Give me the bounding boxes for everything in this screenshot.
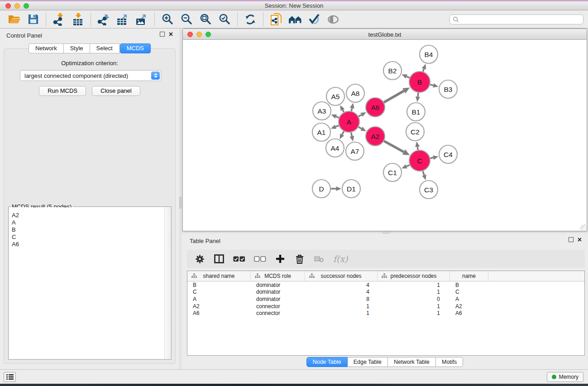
table-cell[interactable]: dominator <box>251 296 305 302</box>
graph-edge-C-C4[interactable] <box>430 157 433 158</box>
network-canvas[interactable]: AA1A3A5A8A4A7A6A2BB2B4B3B1CC2C1C4C3DD1 <box>182 40 587 231</box>
tab-select[interactable]: Select <box>90 43 120 53</box>
table-cell[interactable]: A2 <box>450 303 488 310</box>
table-cell[interactable]: 4 <box>305 282 378 288</box>
table-cell[interactable]: dominator <box>251 289 305 295</box>
graph-edge-A2-C[interactable] <box>384 141 404 152</box>
column-header-predecessor-nodes[interactable]: predecessor nodes <box>378 271 450 281</box>
table-row[interactable]: A2connector11A2 <box>187 303 584 310</box>
mcds-result-item[interactable]: B <box>9 226 165 234</box>
table-cell[interactable]: A2 <box>187 303 251 310</box>
table-cell[interactable]: 1 <box>305 303 378 310</box>
table-cell[interactable]: connector <box>251 303 305 310</box>
network-graph[interactable]: AA1A3A5A8A4A7A6A2BB2B4B3B1CC2C1C4C3DD1 <box>183 40 586 230</box>
float-panel-icon[interactable] <box>569 237 574 242</box>
column-header-name[interactable]: name <box>450 271 488 281</box>
zoom-in-button[interactable] <box>158 12 177 27</box>
mcds-result-item[interactable]: A2 <box>9 212 165 219</box>
mcds-result-item[interactable]: A6 <box>9 241 165 248</box>
table-row[interactable]: Bdominator41B <box>187 281 584 289</box>
table-cell[interactable]: dominator <box>251 282 305 288</box>
graph-edge-A-A2[interactable] <box>359 127 362 129</box>
run-mcds-button[interactable]: Run MCDS <box>39 86 86 96</box>
close-panel-icon[interactable]: × <box>578 238 582 242</box>
table-row[interactable]: Adominator80A <box>187 295 584 303</box>
table-cell[interactable]: A <box>450 296 488 302</box>
tab-style[interactable]: Style <box>64 43 90 53</box>
graph-edge-A-A1[interactable] <box>335 125 339 127</box>
table-cell[interactable]: 1 <box>305 310 378 316</box>
zoom-out-button[interactable] <box>177 12 196 27</box>
open-session-button[interactable] <box>5 12 24 27</box>
deselect-all-button[interactable] <box>254 253 266 265</box>
home-button[interactable] <box>286 12 305 27</box>
table-header-row[interactable]: shared nameMCDS rolesuccessor nodesprede… <box>187 271 584 281</box>
tab-motifs[interactable]: Motifs <box>436 357 463 367</box>
table-cell[interactable]: B <box>450 282 488 288</box>
table-cell[interactable]: B <box>187 282 251 288</box>
table-cell[interactable]: 4 <box>305 289 378 295</box>
graph-edge-B-B2[interactable] <box>406 76 410 78</box>
validate-button[interactable] <box>305 12 324 27</box>
function-builder-button[interactable]: f(x) <box>333 253 348 265</box>
resize-grip-icon[interactable] <box>580 224 586 230</box>
graph-edge-A-A5[interactable] <box>343 110 344 112</box>
table-row[interactable]: Cdominator41C <box>187 289 584 296</box>
graph-edge-C-C1[interactable] <box>406 165 410 167</box>
tab-network-table[interactable]: Network Table <box>388 357 436 367</box>
graph-edge-C-C2[interactable] <box>417 147 418 150</box>
refresh-button[interactable] <box>241 12 260 27</box>
tab-mcds[interactable]: MCDS <box>120 43 151 53</box>
close-panel-button[interactable]: Close panel <box>92 86 140 96</box>
search-input[interactable] <box>459 16 580 23</box>
mcds-result-item[interactable]: C <box>9 234 165 241</box>
add-column-button[interactable] <box>275 253 286 265</box>
table-cell[interactable]: 1 <box>378 310 450 316</box>
close-panel-icon[interactable]: × <box>169 32 173 37</box>
table-cell[interactable]: 0 <box>378 296 450 302</box>
save-session-button[interactable] <box>24 12 43 27</box>
zoom-fit-button[interactable] <box>196 12 215 27</box>
table-settings-button[interactable] <box>194 253 205 265</box>
table-cell[interactable]: connector <box>251 310 305 316</box>
task-history-button[interactable] <box>4 372 16 382</box>
graph-edge-A-A3[interactable] <box>336 116 339 118</box>
import-network-button[interactable] <box>49 12 68 27</box>
show-hide-button[interactable] <box>324 12 343 27</box>
table-cell[interactable]: A6 <box>450 310 488 316</box>
export-table-button[interactable] <box>113 12 132 27</box>
graph-edge-C-C3[interactable] <box>423 171 424 175</box>
network-window-titlebar[interactable]: testGlobe.txt <box>182 29 587 40</box>
delete-column-button[interactable] <box>294 253 305 265</box>
toolbar-search[interactable] <box>449 14 583 24</box>
table-cell[interactable]: 1 <box>378 289 450 295</box>
mcds-result-item[interactable]: A <box>9 219 165 226</box>
tab-edge-table[interactable]: Edge Table <box>348 357 388 367</box>
criterion-dropdown[interactable]: largest connected component (directed) <box>20 70 161 81</box>
graph-edge-A-A6[interactable] <box>359 115 362 117</box>
graph-edge-A-A4[interactable] <box>342 131 344 134</box>
horizontal-splitter-grip[interactable] <box>382 231 390 234</box>
memory-button[interactable]: Memory <box>547 372 583 382</box>
table-cell[interactable]: C <box>187 289 251 295</box>
zoom-selected-button[interactable] <box>215 12 234 27</box>
tab-network[interactable]: Network <box>29 43 64 53</box>
table-cell[interactable]: A6 <box>187 310 251 316</box>
graph-edge-A-A8[interactable] <box>351 108 352 111</box>
delete-table-button[interactable] <box>314 253 325 265</box>
import-table-button[interactable] <box>68 12 87 27</box>
graph-edge-A-A7[interactable] <box>351 133 352 137</box>
split-view-button[interactable] <box>214 253 225 265</box>
mcds-result-scrollbar[interactable] <box>164 207 171 359</box>
export-network-button[interactable] <box>94 12 113 27</box>
graph-edge-B-B1[interactable] <box>418 93 418 97</box>
table-cell[interactable]: A <box>187 296 251 302</box>
duplicate-network-button[interactable] <box>267 12 286 27</box>
tab-node-table[interactable]: Node Table <box>306 357 348 367</box>
column-header-shared-name[interactable]: shared name <box>187 271 251 281</box>
table-cell[interactable]: 8 <box>305 296 378 302</box>
table-cell[interactable]: C <box>450 289 488 295</box>
table-cell[interactable]: 1 <box>378 282 450 288</box>
column-header-successor-nodes[interactable]: successor nodes <box>305 271 378 281</box>
table-row[interactable]: A6connector11A6 <box>187 310 584 317</box>
